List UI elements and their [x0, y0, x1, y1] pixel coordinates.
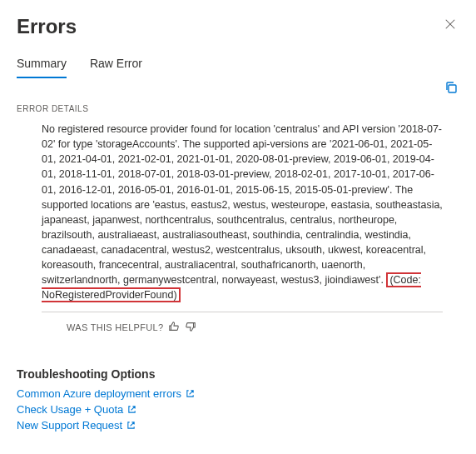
thumbs-up-icon[interactable] — [168, 321, 180, 334]
troubleshooting-links: Common Azure deployment errors Check Usa… — [17, 387, 459, 432]
link-label: Check Usage + Quota — [17, 403, 123, 416]
external-link-icon — [127, 405, 136, 414]
troubleshooting-title: Troubleshooting Options — [17, 367, 459, 381]
tab-summary[interactable]: Summary — [17, 57, 67, 78]
tab-raw-error[interactable]: Raw Error — [90, 57, 142, 78]
copy-icon[interactable] — [443, 79, 459, 99]
link-label: New Support Request — [17, 419, 122, 432]
external-link-icon — [126, 421, 136, 430]
panel-header: Errors — [17, 15, 459, 38]
link-common-errors[interactable]: Common Azure deployment errors — [17, 387, 459, 400]
external-link-icon — [186, 389, 195, 398]
link-usage-quota[interactable]: Check Usage + Quota — [17, 403, 459, 416]
error-details-header: ERROR DETAILS — [17, 79, 459, 113]
panel-title: Errors — [17, 15, 77, 38]
error-message-block: No registered resource provider found fo… — [42, 122, 443, 312]
error-message-text: No registered resource provider found fo… — [42, 123, 443, 286]
link-label: Common Azure deployment errors — [17, 387, 181, 400]
svg-rect-2 — [449, 85, 456, 92]
error-details-label: ERROR DETAILS — [17, 104, 88, 113]
feedback-row: WAS THIS HELPFUL? — [67, 321, 459, 334]
link-support-request[interactable]: New Support Request — [17, 419, 459, 432]
thumbs-down-icon[interactable] — [185, 321, 196, 334]
tab-bar: Summary Raw Error — [17, 57, 459, 79]
feedback-label: WAS THIS HELPFUL? — [67, 322, 163, 332]
close-icon[interactable] — [441, 15, 459, 37]
